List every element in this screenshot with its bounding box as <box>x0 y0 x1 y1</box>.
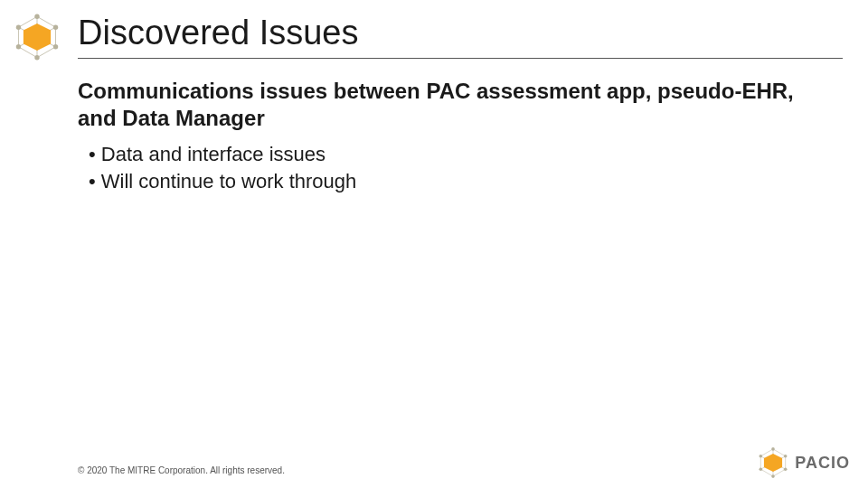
brand-name: PACIO <box>795 454 850 473</box>
brand-mark: PACIO <box>757 446 850 479</box>
svg-point-31 <box>772 447 776 451</box>
slide-title: Discovered Issues <box>78 15 843 59</box>
copyright-footer: © 2020 The MITRE Corporation. All rights… <box>78 465 285 475</box>
bullet-item: Will continue to work through <box>89 168 832 195</box>
svg-point-32 <box>784 455 788 458</box>
title-underline <box>78 58 843 59</box>
svg-point-36 <box>760 455 763 458</box>
slide-header: Discovered Issues <box>0 0 868 61</box>
bullet-item: Data and interface issues <box>89 141 832 168</box>
svg-point-12 <box>34 14 39 19</box>
svg-point-16 <box>16 44 21 49</box>
section-subhead: Communications issues between PAC assess… <box>78 78 832 132</box>
hex-network-icon <box>13 13 61 61</box>
svg-point-13 <box>53 25 58 30</box>
svg-point-35 <box>760 467 763 471</box>
svg-point-17 <box>16 25 21 30</box>
svg-point-33 <box>784 467 788 471</box>
slide-body: Communications issues between PAC assess… <box>78 78 832 194</box>
hex-network-icon <box>757 446 789 479</box>
bullet-list: Data and interface issues Will continue … <box>89 141 832 194</box>
svg-marker-37 <box>764 454 782 472</box>
svg-marker-18 <box>24 23 51 51</box>
svg-point-34 <box>772 474 776 478</box>
svg-point-15 <box>34 55 39 60</box>
svg-point-14 <box>53 44 58 49</box>
